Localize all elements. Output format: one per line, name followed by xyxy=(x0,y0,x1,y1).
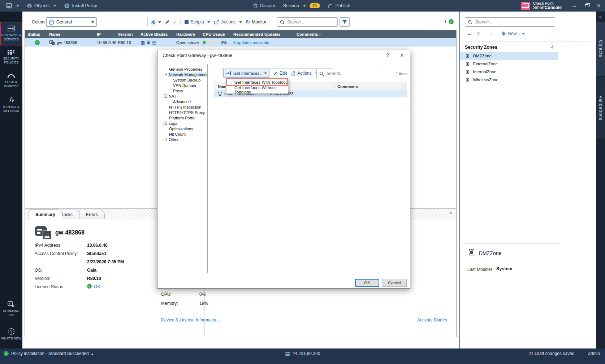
updates-link[interactable]: 5 updates available xyxy=(233,40,269,45)
nav-whats-new[interactable]: ? WHAT'S NEW xyxy=(0,323,22,346)
scripts-button[interactable]: Scripts xyxy=(184,19,211,25)
divider xyxy=(324,3,324,9)
dialog-help-button[interactable]: ? xyxy=(386,52,389,58)
tree-general-properties[interactable]: General Properties xyxy=(162,66,207,72)
zone-name: WirelessZone xyxy=(473,78,498,82)
nav-label: COMMAND LINE xyxy=(0,309,22,317)
device-license-link[interactable]: Device & License Information... xyxy=(161,317,221,323)
tab-validations[interactable]: Validations xyxy=(596,77,605,139)
menu-get-interfaces-with-topology[interactable]: Get Interfaces With Topology xyxy=(226,78,288,86)
actions-button[interactable]: Actions xyxy=(214,19,242,25)
cpu-label: CPU: xyxy=(161,292,172,297)
new-object-button[interactable]: New... xyxy=(501,31,524,36)
pencil-icon xyxy=(165,19,170,25)
tree-vpn-domain[interactable]: VPN Domain xyxy=(162,83,207,88)
zone-item-externalzone[interactable]: ♜ExternalZone xyxy=(460,60,558,68)
app-menu-button[interactable] xyxy=(6,3,19,9)
tree-advanced[interactable]: Advanced xyxy=(162,99,207,104)
collapse-panel-icon[interactable]: » xyxy=(448,211,454,214)
home-icon[interactable]: ⌂ xyxy=(477,30,480,37)
tab-objects[interactable]: Objects xyxy=(596,22,605,76)
logged-in-user[interactable]: admin xyxy=(588,351,600,356)
col-recommended-updates[interactable]: Recommended Updates xyxy=(231,32,294,36)
collapse-panel-button[interactable]: » xyxy=(596,14,605,20)
tree-network-management[interactable]: -Network Management xyxy=(162,72,207,77)
dialog-close-button[interactable]: × xyxy=(400,52,403,59)
gateway-row[interactable]: ✓ gw-483868 10.66.0.46 R80.10 ▦ ♛ ▤ Open… xyxy=(25,38,456,47)
restore-button[interactable] xyxy=(580,1,593,10)
tree-https-inspection[interactable]: HTTPS Inspection xyxy=(162,104,207,110)
back-icon[interactable]: ← xyxy=(467,30,472,37)
nav-security-policies[interactable]: SECURITY POLICIES xyxy=(0,45,22,69)
col-ip[interactable]: IP xyxy=(94,32,115,36)
col-name[interactable]: Name xyxy=(47,32,94,36)
tree-system-backup[interactable]: System Backup xyxy=(162,77,207,83)
tree-platform-portal[interactable]: Platform Portal xyxy=(162,115,207,120)
monitor-button[interactable]: ↻ Monitor xyxy=(246,19,267,25)
col-hardware[interactable]: Hardware xyxy=(174,32,200,36)
nav-manage-settings[interactable]: MANAGE & SETTINGS xyxy=(0,93,22,117)
get-interfaces-label: Get Interfaces.. xyxy=(233,71,262,75)
filter-button[interactable] xyxy=(340,17,350,27)
nav-command-line[interactable]: COMMAND LINE xyxy=(0,297,22,321)
publish-button[interactable]: Publish xyxy=(328,3,350,8)
col-status[interactable]: Status xyxy=(25,32,47,36)
tab-summary[interactable]: Summary xyxy=(29,209,62,220)
ok-status-icon: ✓ xyxy=(449,19,454,24)
delete-button[interactable]: × xyxy=(173,19,177,25)
discard-button[interactable]: Discard xyxy=(253,3,275,9)
zone-tower-icon: ♜ xyxy=(465,69,470,74)
zone-item-dmzzone[interactable]: ♜DMZZone xyxy=(460,52,558,60)
nav-label: MANAGE & SETTINGS xyxy=(0,105,22,113)
tree-optimizations[interactable]: Optimizations xyxy=(162,126,207,131)
edit-button[interactable] xyxy=(165,19,170,25)
col-comments[interactable]: Comments▴ xyxy=(294,32,456,36)
minimize-button[interactable]: – xyxy=(568,1,580,10)
license-status-value[interactable]: OK xyxy=(94,284,100,289)
cancel-button[interactable]: Cancel xyxy=(383,279,407,287)
collapse-box-icon[interactable]: - xyxy=(164,73,167,76)
tree-http-https-proxy[interactable]: HTTP/HTTPS Proxy xyxy=(162,110,207,115)
menu-get-interfaces-without-topology[interactable]: Get Interfaces Without Topology xyxy=(226,86,288,93)
col-active-blades[interactable]: Active Blades xyxy=(138,32,174,36)
tree-proxy[interactable]: Proxy xyxy=(162,88,207,93)
activate-blades-link[interactable]: Activate Blades... xyxy=(417,317,451,323)
zone-item-wirelesszone[interactable]: ♜WirelessZone xyxy=(460,76,558,84)
tab-errors[interactable]: Errors xyxy=(79,210,105,219)
sort-ascending-icon: ▴ xyxy=(319,32,321,36)
tree-nat[interactable]: -NAT xyxy=(162,93,207,99)
preview-zone-name: DMZZone xyxy=(479,250,501,256)
gear-icon xyxy=(8,97,14,103)
brand-line2a: Smart xyxy=(533,5,545,10)
install-policy-button[interactable]: Install Policy xyxy=(64,3,97,9)
col-comments[interactable]: Comments xyxy=(334,84,402,89)
col-version[interactable]: Version xyxy=(115,32,138,36)
col-cpu-usage[interactable]: CPU Usage xyxy=(200,32,231,36)
nav-logs-monitor[interactable]: LOGS & MONITOR xyxy=(0,69,22,93)
scrollbar-gutter[interactable] xyxy=(402,83,407,90)
session-menu-button[interactable]: Session xyxy=(283,3,306,8)
expand-box-icon[interactable]: + xyxy=(164,122,167,125)
policy-status[interactable]: ✓ Policy installation - Standard Succeed… xyxy=(4,351,93,356)
dialog-search-input[interactable] xyxy=(326,71,379,76)
gateway-version: R80.10 xyxy=(115,40,138,45)
close-button[interactable]: × xyxy=(593,1,605,10)
expand-box-icon[interactable]: + xyxy=(164,138,167,141)
zone-item-internalzone[interactable]: ♜InternalZone xyxy=(460,68,558,76)
tree-other[interactable]: +Other xyxy=(162,137,207,142)
dialog-actions-button[interactable]: Actions xyxy=(290,71,318,76)
search-input[interactable] xyxy=(286,19,335,25)
list-view-icon[interactable]: ≡ xyxy=(489,31,493,37)
nav-gateways-servers[interactable]: GATEWAYS & SERVERS xyxy=(0,22,22,45)
dialog-edit-button[interactable]: Edit xyxy=(273,71,287,76)
objects-menu-button[interactable]: Objects xyxy=(27,3,56,9)
session-count-badge[interactable]: 21 xyxy=(310,3,320,8)
columns-dropdown[interactable]: General xyxy=(46,17,97,27)
ok-button[interactable]: OK xyxy=(355,279,379,287)
objects-search-input[interactable] xyxy=(474,19,552,25)
new-object-button[interactable] xyxy=(151,19,161,25)
get-interfaces-button[interactable]: Get Interfaces.. xyxy=(223,69,269,78)
tree-hit-count[interactable]: Hit Count xyxy=(162,131,207,137)
tree-logs[interactable]: +Logs xyxy=(162,120,207,126)
collapse-box-icon[interactable]: - xyxy=(164,95,167,98)
